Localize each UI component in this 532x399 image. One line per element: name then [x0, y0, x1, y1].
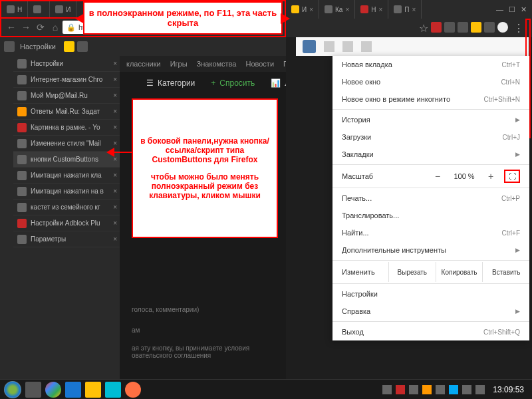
- tray-icon[interactable]: [422, 385, 432, 394]
- people-icon[interactable]: [324, 41, 334, 52]
- menu-new-window[interactable]: Новое окноCtrl+N: [332, 73, 529, 90]
- music-icon[interactable]: [361, 41, 372, 52]
- extension-icon[interactable]: [484, 22, 495, 33]
- taskbar-app-firefox[interactable]: [125, 382, 141, 398]
- sidebar-item[interactable]: Настройки Adblock Plu×: [13, 215, 120, 231]
- sidebar-item-custombuttons[interactable]: кнопки CustomButtons×: [13, 152, 120, 168]
- close-icon[interactable]: ×: [113, 235, 117, 243]
- star-icon[interactable]: ☆: [419, 22, 428, 35]
- extension-icon[interactable]: [458, 22, 468, 33]
- sidebar-item[interactable]: Имитация нажатия на в×: [13, 184, 120, 200]
- sidebar-item[interactable]: Картинка в рамке. - Yo×: [13, 120, 120, 136]
- vk-logo-icon[interactable]: [303, 40, 316, 53]
- label: Новое окно: [342, 78, 380, 86]
- settings-link[interactable]: Настройки: [20, 43, 56, 51]
- clock[interactable]: 13:09:53: [489, 385, 528, 394]
- avatar[interactable]: [497, 22, 508, 33]
- taskbar-app[interactable]: [25, 382, 41, 398]
- menu-new-tab[interactable]: Новая вкладкаCtrl+T: [332, 56, 529, 73]
- close-icon[interactable]: ×: [113, 188, 117, 195]
- tab[interactable]: Н: [1, 1, 28, 17]
- tray-icon[interactable]: [396, 385, 405, 394]
- extension-icon[interactable]: [4, 41, 15, 52]
- sidebar-item[interactable]: Мой Мир@Mail.Ru×: [13, 88, 120, 104]
- tab[interactable]: П×: [388, 0, 422, 19]
- start-button[interactable]: [4, 381, 21, 398]
- menu-exit[interactable]: ВыходCtrl+Shift+Q: [332, 323, 529, 340]
- reload-button[interactable]: ⟳: [33, 20, 48, 35]
- sidebar-item[interactable]: Настройки×: [13, 56, 120, 72]
- close-icon[interactable]: ×: [113, 76, 117, 83]
- maximize-button[interactable]: ☐: [509, 5, 515, 14]
- home-button[interactable]: ⌂: [48, 20, 63, 35]
- back-button[interactable]: ←: [4, 20, 19, 35]
- annotation-center: в боковой панели,нужна кнопка/ссылка/скр…: [132, 98, 278, 238]
- tab-label: Ка: [335, 6, 342, 13]
- annotation-top: в полноэкранном режиме, по F11, эта част…: [83, 1, 283, 35]
- close-icon[interactable]: ×: [113, 60, 117, 67]
- nav-link[interactable]: Новости: [245, 60, 274, 68]
- menu-zoom: Масштаб − 100 % + ⛶: [332, 166, 529, 186]
- tray-icon[interactable]: [409, 385, 418, 394]
- gear-icon: [17, 235, 27, 244]
- close-icon[interactable]: ×: [113, 172, 117, 179]
- annotation-text: чтобы можно было менять полноэкранный ре…: [140, 172, 270, 200]
- photo-icon[interactable]: [342, 41, 353, 52]
- menu-downloads[interactable]: ЗагрузкиCtrl+J: [332, 128, 529, 146]
- taskbar-app[interactable]: [65, 382, 81, 398]
- nav-link[interactable]: Игры: [170, 60, 188, 68]
- tab[interactable]: Ка×: [319, 0, 355, 19]
- tab[interactable]: [28, 1, 50, 17]
- close-icon[interactable]: ×: [113, 140, 117, 147]
- menu-bookmarks[interactable]: Закладки▶: [332, 146, 529, 163]
- tab[interactable]: Н×: [355, 0, 388, 19]
- tray-icon[interactable]: [382, 385, 392, 394]
- extension-icon[interactable]: [444, 22, 455, 33]
- close-icon[interactable]: ×: [113, 92, 117, 99]
- tab[interactable]: И: [50, 1, 76, 17]
- bookmark-icon[interactable]: [64, 41, 74, 52]
- tray-icon[interactable]: [436, 385, 445, 394]
- menu-more-tools[interactable]: Дополнительные инструменты▶: [332, 241, 529, 259]
- close-icon[interactable]: ×: [113, 219, 117, 227]
- close-button[interactable]: ✕: [521, 5, 527, 14]
- tab[interactable]: И×: [286, 0, 319, 19]
- fullscreen-button[interactable]: ⛶: [504, 170, 520, 183]
- paste-button[interactable]: Вставить: [482, 262, 529, 282]
- minimize-button[interactable]: —: [496, 5, 503, 14]
- cut-button[interactable]: Вырезать: [388, 262, 436, 282]
- close-icon[interactable]: ×: [113, 124, 117, 131]
- ask-button[interactable]: + Спросить: [211, 78, 255, 88]
- forward-button[interactable]: →: [19, 20, 33, 35]
- nav-link[interactable]: Знакомства: [197, 60, 237, 68]
- close-icon[interactable]: ×: [113, 108, 117, 115]
- taskbar-app-chrome[interactable]: [45, 382, 61, 398]
- taskbar-app[interactable]: [85, 382, 101, 398]
- bookmark-icon[interactable]: [77, 41, 88, 52]
- sidebar-item[interactable]: Имитация нажатия кла×: [13, 168, 120, 184]
- network-icon[interactable]: [462, 385, 471, 394]
- extension-icon[interactable]: [471, 22, 481, 33]
- tray-icon[interactable]: [449, 385, 458, 394]
- sidebar-item[interactable]: Ответы Mail.Ru: Задат×: [13, 104, 120, 120]
- menu-settings[interactable]: Настройки: [332, 285, 529, 303]
- menu-help[interactable]: Справка▶: [332, 303, 529, 320]
- sidebar-item[interactable]: Параметры×: [13, 231, 120, 247]
- copy-button[interactable]: Копировать: [436, 262, 483, 282]
- menu-incognito[interactable]: Новое окно в режиме инкогнитоCtrl+Shift+…: [332, 90, 529, 108]
- abp-icon[interactable]: [431, 22, 442, 33]
- sidebar-item[interactable]: кастет из семейного кг×: [13, 200, 120, 215]
- menu-print[interactable]: Печать...Ctrl+P: [332, 190, 529, 207]
- zoom-in-button[interactable]: +: [484, 171, 497, 182]
- nav-link[interactable]: классники: [126, 60, 161, 68]
- sidebar-item[interactable]: Изменение стиля "Mail×: [13, 136, 120, 152]
- menu-history[interactable]: История▶: [332, 111, 529, 128]
- zoom-out-button[interactable]: −: [431, 171, 444, 182]
- sidebar-item[interactable]: Интернет-магазин Chro×: [13, 72, 120, 88]
- categories-button[interactable]: ☰ Категории: [146, 78, 195, 88]
- menu-cast[interactable]: Транслировать...: [332, 207, 529, 224]
- menu-find[interactable]: Найти...Ctrl+F: [332, 224, 529, 241]
- volume-icon[interactable]: [475, 385, 485, 394]
- taskbar-app[interactable]: [105, 382, 121, 398]
- close-icon[interactable]: ×: [113, 203, 117, 211]
